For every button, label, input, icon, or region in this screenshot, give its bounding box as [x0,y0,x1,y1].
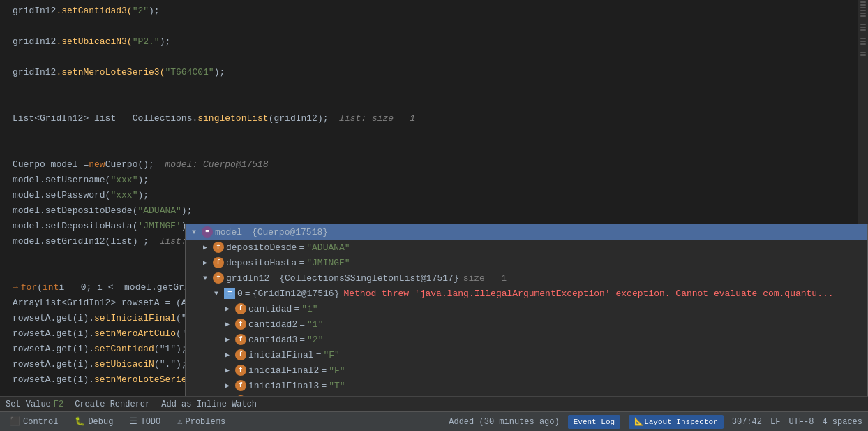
tab-control-icon: ⬛ [10,416,20,427]
event-log-button[interactable]: Event Log [568,415,620,429]
expand-arrow-depositoHasta[interactable]: ▶ [200,257,211,268]
icon-cantidad: f [235,303,246,314]
set-value-action[interactable]: Set Value F2 [6,400,63,409]
expand-arrow-cantidad3[interactable]: ▶ [222,334,233,345]
code-line-6: model.setUsername("xxx"); [7,172,868,187]
expand-arrow-model[interactable]: ▼ [188,226,200,238]
editor-area: gridIn12.setCantidad3("2"); gridIn12.set… [0,0,868,396]
debug-row-depositoDesde[interactable]: ▶ f depositoDesde = "ADUANA" [186,240,867,255]
status-text: Added (30 minutes ago) [449,417,559,427]
icon-model: = [202,226,213,238]
debug-row-idx0[interactable]: ▼ ☰ 0 = {GridIn12@17516} Method threw 'j… [186,286,867,301]
expand-arrow-inicialFinal2[interactable]: ▶ [222,365,233,376]
debug-row-cantidad[interactable]: ▶ f cantidad = "1" [186,301,867,316]
set-value-label[interactable]: Set Value [6,400,51,409]
tab-problems-label: Problems [185,417,225,427]
inline-watch-action[interactable]: Add as Inline Watch [161,400,257,409]
tab-control-label: Control [23,417,58,427]
create-renderer-label[interactable]: Create Renderer [75,400,150,409]
tab-todo[interactable]: ☰ TODO [126,415,165,428]
icon-gridIn12: f [213,272,224,284]
icon-lineasRelacionadas: f [235,395,246,396]
encoding: UTF-8 [788,417,814,427]
layout-inspector-icon: 📐 [634,417,644,426]
create-renderer-action[interactable]: Create Renderer [75,400,150,409]
code-line-5: Cuerpo model = new Cuerpo(); model: Cuer… [7,156,868,172]
code-line-8: model.setDepositoDesde("ADUANA"); [7,203,868,218]
tab-debug-icon: 🐛 [75,416,85,427]
code-line-blank6 [7,141,868,156]
code-line-blank2 [7,49,868,64]
debug-row-lineasRelacionadas[interactable]: ▶ f lineasRelacionadas = "1" [186,393,867,396]
expand-arrow-cantidad2[interactable]: ▶ [222,319,233,330]
action-bar: Set Value F2 Create Renderer Add as Inli… [0,396,868,411]
code-line-7: model.setPassword("xxx"); [7,187,868,203]
layout-inspector-label: Layout Inspector [644,418,718,426]
tab-debug-label: Debug [88,417,113,427]
icon-inicialFinal3: f [235,380,246,391]
debug-row-model[interactable]: ▼ = model = {Cuerpo@17518} [186,224,867,240]
code-line-3: gridIn12.setnMeroLoteSerie3("T664C01"); [7,64,868,80]
expand-arrow-idx0[interactable]: ▼ [211,288,222,299]
bottom-status: Added (30 minutes ago) Event Log 📐 Layou… [449,415,862,429]
event-log-label: Event Log [574,418,615,426]
cursor-coords: 307:42 [732,417,762,427]
code-line-blank1 [7,18,868,34]
debug-row-depositoHasta[interactable]: ▶ f depositoHasta = "JMINGE" [186,255,867,270]
code-line-blank4 [7,95,868,110]
expand-arrow-depositoDesde[interactable]: ▶ [200,242,211,253]
debug-row-inicialFinal2[interactable]: ▶ f inicialFinal2 = "F" [186,363,867,378]
debug-row-cantidad3[interactable]: ▶ f cantidad3 = "2" [186,332,867,347]
code-line-1: gridIn12.setCantidad3("2"); [7,3,868,18]
expand-arrow-lineasRelacionadas[interactable]: ▶ [222,395,233,396]
tab-control[interactable]: ⬛ Control [6,415,62,428]
icon-cantidad2: f [235,319,246,330]
debug-row-gridIn12[interactable]: ▼ f gridIn12 = {Collections$SingletonLis… [186,270,867,286]
tab-todo-label: TODO [140,417,160,427]
expand-arrow-cantidad[interactable]: ▶ [222,303,233,314]
icon-cantidad3: f [235,334,246,345]
code-line-4: List<GridIn12> list = Collections.single… [7,110,868,126]
expand-arrow-inicialFinal[interactable]: ▶ [222,349,233,360]
code-line-blank5 [7,126,868,141]
tab-debug[interactable]: 🐛 Debug [70,415,117,428]
code-line-blank3 [7,80,868,95]
line-ending: LF [770,417,780,427]
icon-inicialFinal2: f [235,365,246,376]
expand-arrow-gridIn12[interactable]: ▼ [200,272,211,284]
code-line-2: gridIn12.setUbicaciN3("P2."); [7,34,868,49]
debug-row-inicialFinal[interactable]: ▶ f inicialFinal = "F" [186,347,867,363]
layout-inspector-button[interactable]: 📐 Layout Inspector [629,415,724,429]
icon-depositoDesde: f [213,242,224,253]
tab-todo-icon: ☰ [130,416,137,427]
icon-depositoHasta: f [213,257,224,268]
inline-watch-label[interactable]: Add as Inline Watch [161,400,257,409]
debug-popup[interactable]: ▼ = model = {Cuerpo@17518} ▶ f depositoD… [185,224,868,396]
icon-inicialFinal: f [235,349,246,360]
bottom-bar: ⬛ Control 🐛 Debug ☰ TODO ⚠ Problems Adde… [0,411,868,431]
debug-row-cantidad2[interactable]: ▶ f cantidad2 = "1" [186,316,867,332]
tab-problems[interactable]: ⚠ Problems [173,415,230,428]
expand-arrow-inicialFinal3[interactable]: ▶ [222,380,233,391]
tab-problems-icon: ⚠ [177,416,182,427]
indent-label: 4 spaces [822,417,862,427]
set-value-shortcut: F2 [54,400,63,409]
icon-idx0: ☰ [224,288,235,299]
debug-row-inicialFinal3[interactable]: ▶ f inicialFinal3 = "T" [186,378,867,393]
